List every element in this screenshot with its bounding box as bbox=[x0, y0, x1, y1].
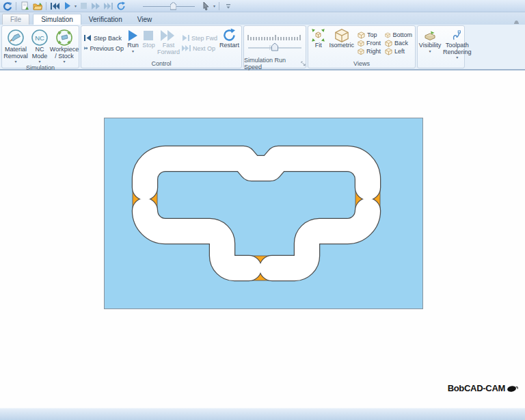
toolpath-rendering-icon bbox=[451, 28, 463, 42]
speed-ruler bbox=[247, 34, 302, 41]
bobcad-logo: BobCAD-CAM bbox=[448, 383, 518, 393]
step-fwd-icon bbox=[182, 35, 189, 41]
stock-top-view bbox=[104, 118, 423, 309]
qat-separator bbox=[219, 2, 219, 10]
tab-simulation[interactable]: Simulation bbox=[33, 14, 81, 25]
mouse-icon bbox=[507, 384, 518, 393]
step-fwd-label: Step Fwd bbox=[191, 35, 217, 42]
group-label-views: Views bbox=[308, 59, 415, 68]
visibility-icon bbox=[423, 28, 437, 42]
cube-icon bbox=[358, 40, 364, 47]
run-label: Run bbox=[127, 42, 139, 49]
step-fwd-button[interactable]: Step Fwd bbox=[180, 35, 219, 42]
qat-separator bbox=[16, 2, 16, 10]
toolpath-rendering-button[interactable]: Toolpath Rendering ▾ bbox=[442, 27, 472, 60]
bobcad-window: ▾ ▾ File Simulation Verification View bbox=[0, 0, 525, 420]
cursor-dropdown-caret[interactable]: ▾ bbox=[213, 4, 215, 8]
dialog-launcher-icon[interactable] bbox=[301, 61, 306, 66]
isometric-label: Isometric bbox=[329, 42, 354, 49]
app-icon[interactable] bbox=[2, 1, 12, 11]
view-front-button[interactable]: Front bbox=[356, 40, 382, 47]
step-back-icon bbox=[84, 35, 92, 41]
slider-thumb[interactable] bbox=[170, 2, 176, 10]
view-right-button[interactable]: Right bbox=[356, 48, 382, 55]
material-removal-label: Material Removal bbox=[3, 47, 28, 60]
fit-button[interactable]: Fit bbox=[310, 27, 327, 59]
speed-slider-thumb[interactable] bbox=[272, 43, 278, 51]
cube-icon bbox=[385, 48, 392, 55]
group-label-run-speed: Simulation Run Speed bbox=[244, 59, 306, 68]
cube-icon bbox=[385, 31, 390, 39]
qat-separator bbox=[46, 2, 46, 10]
status-bar bbox=[0, 407, 525, 420]
slider-track bbox=[143, 6, 195, 7]
ribbon-tab-row: File Simulation Verification View bbox=[0, 12, 525, 25]
run-dropdown-caret[interactable]: ▾ bbox=[75, 4, 77, 8]
cube-icon bbox=[358, 48, 364, 55]
step-back-label: Step Back bbox=[94, 35, 122, 42]
select-cursor-icon[interactable] bbox=[201, 1, 211, 11]
post-document-icon[interactable] bbox=[20, 1, 30, 11]
stop-button[interactable]: Stop bbox=[141, 27, 157, 59]
view-left-label: Left bbox=[394, 48, 405, 55]
previous-op-icon[interactable] bbox=[50, 1, 60, 11]
visibility-button[interactable]: Visibility ▾ bbox=[419, 27, 441, 60]
fast-forward-icon[interactable] bbox=[91, 1, 101, 11]
view-back-button[interactable]: Back bbox=[383, 40, 414, 47]
isometric-button[interactable]: Isometric bbox=[328, 27, 355, 59]
run-speed-label-text: Simulation Run Speed bbox=[244, 57, 298, 70]
restart-icon[interactable] bbox=[116, 1, 126, 11]
stop-icon bbox=[144, 28, 153, 42]
restart-button[interactable]: Restart bbox=[219, 27, 240, 59]
dropdown-caret: ▾ bbox=[456, 55, 458, 60]
view-top-label: Top bbox=[367, 31, 377, 38]
dropdown-caret: ▾ bbox=[132, 49, 134, 53]
previous-op-button[interactable]: Previous Op bbox=[83, 45, 125, 52]
view-bottom-label: Bottom bbox=[392, 31, 412, 38]
customize-toolbar-icon[interactable] bbox=[223, 1, 233, 11]
next-op-label: Next Op bbox=[193, 45, 215, 52]
view-top-button[interactable]: Top bbox=[356, 31, 382, 39]
fit-icon bbox=[310, 28, 326, 42]
group-simulation: Material Removal ▾ NC NC Mode ▾ Workpiec… bbox=[1, 25, 79, 68]
titlebar-speed-slider[interactable] bbox=[143, 1, 195, 11]
fast-forward-icon bbox=[161, 28, 176, 42]
simulation-viewport[interactable]: BobCAD-CAM bbox=[0, 71, 525, 407]
workpiece-stock-button[interactable]: Workpiece / Stock ▾ bbox=[51, 27, 77, 64]
view-right-label: Right bbox=[366, 48, 381, 55]
cube-icon bbox=[385, 40, 392, 47]
tab-verification[interactable]: Verification bbox=[81, 14, 130, 25]
stop-icon[interactable] bbox=[79, 1, 89, 11]
run-icon[interactable] bbox=[62, 1, 72, 11]
view-left-button[interactable]: Left bbox=[383, 48, 414, 55]
material-removal-button[interactable]: Material Removal ▾ bbox=[3, 27, 28, 64]
restart-icon bbox=[222, 28, 237, 42]
ribbon-options-icon[interactable] bbox=[513, 15, 520, 27]
fast-forward-button[interactable]: Fast Forward bbox=[157, 27, 180, 59]
nc-mode-label: NC Mode bbox=[29, 47, 51, 60]
dropdown-caret: ▾ bbox=[429, 49, 431, 53]
next-op-icon[interactable] bbox=[103, 1, 113, 11]
speed-slider[interactable] bbox=[247, 42, 303, 52]
workpiece-stock-label: Workpiece / Stock bbox=[50, 47, 79, 60]
next-op-button[interactable]: Next Op bbox=[180, 45, 219, 52]
run-button[interactable]: Run ▾ bbox=[125, 27, 141, 59]
open-folder-icon[interactable] bbox=[32, 1, 42, 11]
fit-label: Fit bbox=[315, 42, 322, 49]
view-bottom-button[interactable]: Bottom bbox=[383, 31, 414, 39]
group-render: Visibility ▾ Toolpath Rendering ▾ bbox=[417, 25, 465, 68]
previous-op-icon bbox=[84, 45, 88, 51]
step-back-button[interactable]: Step Back bbox=[83, 35, 125, 42]
isometric-icon bbox=[334, 28, 349, 42]
dropdown-caret: ▾ bbox=[38, 60, 40, 64]
stop-label: Stop bbox=[142, 42, 155, 49]
material-removal-icon bbox=[7, 28, 25, 47]
tab-view[interactable]: View bbox=[130, 14, 160, 25]
ribbon: Material Removal ▾ NC NC Mode ▾ Workpiec… bbox=[0, 25, 525, 70]
group-label-control: Control bbox=[81, 59, 241, 68]
tab-file[interactable]: File bbox=[2, 14, 29, 25]
nc-mode-button[interactable]: NC NC Mode ▾ bbox=[28, 27, 51, 64]
group-views: Fit Isometric Top Front bbox=[308, 25, 416, 68]
run-icon bbox=[127, 28, 138, 42]
restart-label: Restart bbox=[219, 42, 239, 49]
